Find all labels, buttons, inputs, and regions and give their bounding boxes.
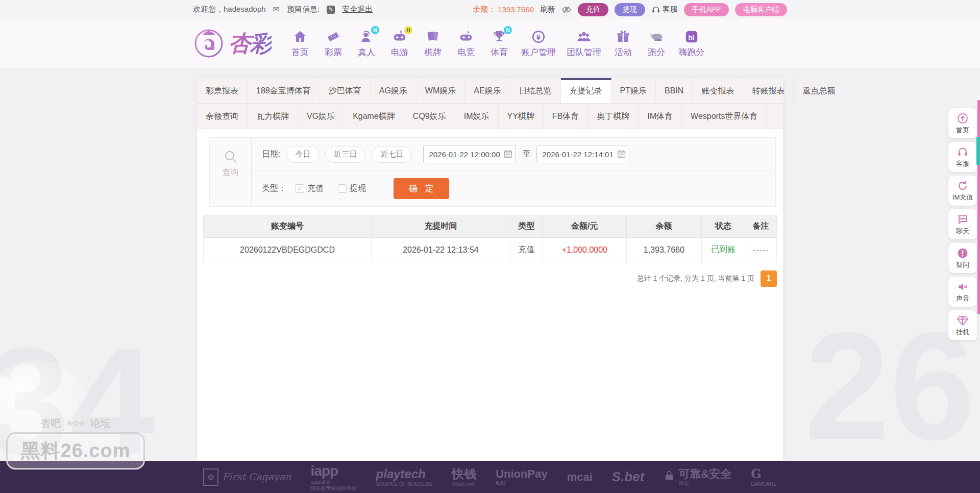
exclamation-icon: [957, 247, 969, 259]
type-option-提现[interactable]: 提现: [338, 183, 366, 194]
tab-日结总览[interactable]: 日结总览: [510, 78, 561, 103]
nav-item-lottery[interactable]: 彩票: [322, 29, 345, 58]
nav-item-promo[interactable]: 活动: [612, 29, 634, 58]
tab-IM娱乐[interactable]: IM娱乐: [455, 104, 499, 129]
date-from-input[interactable]: [423, 145, 516, 163]
tab-彩票报表[interactable]: 彩票报表: [197, 78, 248, 103]
logout-link[interactable]: 安全退出: [342, 5, 373, 14]
tab-AG娱乐[interactable]: AG娱乐: [371, 78, 416, 103]
tab-YY棋牌[interactable]: YY棋牌: [499, 104, 544, 129]
customer-service-link[interactable]: 客服: [651, 5, 678, 14]
nav-item-label: 棋牌: [424, 46, 442, 58]
table-cell: 充值: [510, 238, 543, 262]
eye-off-icon[interactable]: [561, 5, 572, 15]
side-tab-afk[interactable]: 挂机: [948, 310, 977, 340]
footer-logo-text: GGAMCARE: [751, 467, 777, 487]
nav-item-hipaofen[interactable]: hi嗨跑分: [678, 29, 704, 58]
tab-奥丁棋牌[interactable]: 奥丁棋牌: [588, 104, 639, 129]
calendar-icon[interactable]: [504, 150, 512, 160]
account-coin-icon: ¥: [530, 29, 547, 45]
tab-BBIN[interactable]: BBIN: [656, 78, 693, 103]
side-tab-label: 聊天: [956, 227, 969, 236]
boardgame-cards-icon: [425, 29, 441, 45]
tab-账变报表[interactable]: 账变报表: [693, 78, 743, 103]
footer-logo-text: playtechSOURCE OF SUCCESS: [376, 467, 433, 487]
side-tab-chat[interactable]: 聊天: [948, 209, 977, 239]
tab-188金宝博体育[interactable]: 188金宝博体育: [248, 78, 320, 103]
side-tab-label: 疑问: [956, 260, 969, 269]
nav-item-label: 活动: [615, 46, 632, 58]
nav-item-label: 嗨跑分: [678, 46, 704, 58]
side-tab-impay[interactable]: IM充值: [948, 176, 977, 206]
nav-item-sports[interactable]: N体育: [488, 29, 510, 58]
footer-logo-text: mcai: [567, 471, 593, 483]
chat-bubble-icon: [957, 213, 969, 226]
nav-item-team[interactable]: 团队管理: [567, 29, 601, 58]
table-cell: -----: [745, 238, 777, 262]
new-badge: N: [371, 26, 379, 34]
headset-icon: [651, 5, 660, 14]
mail-icon[interactable]: ✉: [273, 5, 280, 14]
welcome-text: 欢迎您，hadesadoph: [193, 5, 266, 14]
site-header: 杏彩 首页彩票N真人H电游棋牌电竞N体育¥账户管理团队管理活动跑分hi嗨跑分: [0, 19, 980, 68]
checkbox[interactable]: ✓: [296, 184, 304, 193]
query-box: 查询 日期: 今日近三日近七日 至: [209, 137, 776, 207]
column-header: 账变编号: [204, 215, 372, 238]
pc-client-button[interactable]: 电脑客户端: [735, 3, 787, 16]
tab-余额查询[interactable]: 余额查询: [197, 104, 248, 129]
mobile-app-button[interactable]: 手机APP: [684, 3, 729, 16]
watermark-left-text: 杏吧: [40, 416, 61, 430]
tab-IM体育[interactable]: IM体育: [639, 104, 682, 129]
tab-瓦力棋牌[interactable]: 瓦力棋牌: [248, 104, 298, 129]
refresh-link[interactable]: 刷新: [540, 5, 555, 14]
watermark-site-text: 黑料26.com: [6, 432, 145, 470]
page-1-button[interactable]: 1: [761, 270, 777, 287]
tab-沙巴体育[interactable]: 沙巴体育: [320, 78, 371, 103]
nav-item-paofen[interactable]: 跑分: [645, 29, 668, 58]
tab-充提记录[interactable]: 充提记录: [561, 78, 611, 103]
nav-item-label: 首页: [291, 46, 309, 58]
tab-FB体育[interactable]: FB体育: [544, 104, 588, 129]
brand-logo[interactable]: 杏彩: [193, 28, 272, 59]
checkbox[interactable]: [338, 184, 347, 193]
confirm-button[interactable]: 确 定: [394, 178, 449, 199]
date-to-input[interactable]: [536, 145, 629, 163]
nav-item-esports[interactable]: 电竞: [455, 29, 477, 58]
tab-返点总额[interactable]: 返点总额: [794, 78, 844, 103]
side-tab-label: 首页: [956, 126, 969, 135]
checkbox-label: 充值: [307, 183, 324, 194]
side-tab-faq[interactable]: 疑问: [948, 243, 977, 273]
side-tab-home[interactable]: 首页: [948, 108, 977, 138]
footer-logo-main-text: 快钱: [452, 467, 476, 481]
tab-转账报表[interactable]: 转账报表: [743, 78, 794, 103]
table-body: 20260122VBDEGDGDCD2026-01-22 12:13:54充值+…: [204, 238, 777, 262]
tab-VG娱乐[interactable]: VG娱乐: [298, 104, 344, 129]
nav-item-account[interactable]: ¥账户管理: [521, 29, 556, 58]
withdraw-button[interactable]: 提现: [615, 3, 645, 16]
tab-WM娱乐[interactable]: WM娱乐: [416, 78, 465, 103]
edit-icon[interactable]: ✎: [327, 6, 335, 14]
side-tab-service[interactable]: 客服: [948, 142, 977, 172]
nav-item-label: 彩票: [325, 46, 342, 58]
scrollbar-thumb[interactable]: [976, 137, 980, 165]
tabs-row-2: 余额查询瓦力棋牌VG娱乐Kgame棋牌CQ9娱乐IM娱乐YY棋牌FB体育奥丁棋牌…: [197, 104, 783, 129]
tab-CQ9娱乐[interactable]: CQ9娱乐: [404, 104, 455, 129]
side-tab-sound[interactable]: 声音: [948, 277, 977, 307]
nav-item-live[interactable]: N真人: [355, 29, 378, 58]
quick-range-近七日[interactable]: 近七日: [372, 146, 412, 163]
scrollbar-track[interactable]: [977, 100, 980, 314]
quick-range-近三日[interactable]: 近三日: [325, 146, 365, 163]
type-option-充值[interactable]: ✓充值: [296, 183, 324, 194]
nav-item-home[interactable]: 首页: [289, 29, 311, 58]
deposit-button[interactable]: 充值: [578, 3, 608, 16]
nav-item-label: 电游: [391, 46, 408, 58]
nav-item-egame[interactable]: H电游: [388, 29, 411, 58]
tab-Kgame棋牌[interactable]: Kgame棋牌: [344, 104, 404, 129]
tab-AE娱乐[interactable]: AE娱乐: [465, 78, 510, 103]
egame-gamepad-icon: H: [391, 29, 408, 45]
quick-range-今日[interactable]: 今日: [286, 146, 319, 163]
nav-item-board[interactable]: 棋牌: [422, 29, 444, 58]
tab-Wesports世界体育[interactable]: Wesports世界体育: [682, 104, 767, 129]
calendar-icon[interactable]: [617, 150, 626, 160]
tab-PT娱乐[interactable]: PT娱乐: [611, 78, 656, 103]
